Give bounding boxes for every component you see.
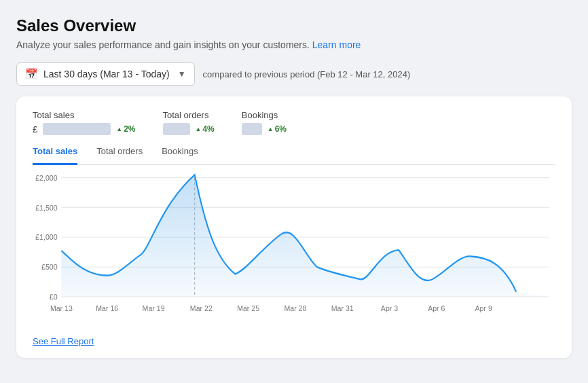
metric-total-orders: Total orders 4% xyxy=(163,110,215,135)
subtitle-text: Analyze your sales performance and gain … xyxy=(16,39,310,50)
metric-total-sales-label: Total sales xyxy=(33,110,136,120)
svg-text:Mar 22: Mar 22 xyxy=(190,304,213,312)
metric-total-orders-label: Total orders xyxy=(163,110,215,120)
metric-total-sales: Total sales £ 2% xyxy=(33,110,136,135)
svg-text:£0: £0 xyxy=(50,293,58,301)
metric-total-orders-bar xyxy=(163,123,190,135)
tab-total-orders[interactable]: Total orders xyxy=(96,139,143,165)
chevron-down-icon: ▼ xyxy=(178,69,186,79)
tab-bookings[interactable]: Bookings xyxy=(162,139,198,165)
chart-area: £2,000 £1,500 £1,000 £500 £0 xyxy=(33,170,555,327)
see-full-report-link[interactable]: See Full Report xyxy=(33,336,94,346)
metric-total-sales-value-row: £ 2% xyxy=(33,123,136,135)
metric-bookings-label: Bookings xyxy=(242,110,287,120)
compare-label: compared to previous period (Feb 12 - Ma… xyxy=(203,69,411,79)
svg-text:Apr 3: Apr 3 xyxy=(381,304,398,312)
learn-more-link[interactable]: Learn more xyxy=(312,39,361,50)
svg-text:£2,000: £2,000 xyxy=(35,173,57,181)
subtitle: Analyze your sales performance and gain … xyxy=(16,39,572,50)
svg-text:£1,500: £1,500 xyxy=(35,203,57,211)
svg-text:£500: £500 xyxy=(41,263,58,271)
svg-text:Apr 9: Apr 9 xyxy=(475,304,492,312)
date-filter-row: 📅 Last 30 days (Mar 13 - Today) ▼ compar… xyxy=(16,62,572,86)
page-title: Sales Overview xyxy=(16,16,572,35)
svg-text:Mar 25: Mar 25 xyxy=(237,304,259,312)
metrics-row: Total sales £ 2% Total orders 4% Booking… xyxy=(33,110,555,135)
metric-bookings: Bookings 6% xyxy=(242,110,287,135)
date-filter-label: Last 30 days (Mar 13 - Today) xyxy=(43,69,170,79)
calendar-icon: 📅 xyxy=(25,68,38,80)
svg-text:Mar 28: Mar 28 xyxy=(284,304,306,312)
tabs-row: Total sales Total orders Bookings xyxy=(33,139,555,165)
metric-total-sales-bar xyxy=(43,123,111,135)
svg-text:Mar 31: Mar 31 xyxy=(331,304,354,312)
svg-text:Mar 16: Mar 16 xyxy=(96,304,118,312)
metric-bookings-change: 6% xyxy=(268,124,287,134)
svg-text:Apr 6: Apr 6 xyxy=(428,304,445,312)
svg-text:Mar 13: Mar 13 xyxy=(50,304,73,312)
chart-area-fill xyxy=(61,175,549,297)
svg-text:Mar 19: Mar 19 xyxy=(143,304,165,312)
date-dropdown[interactable]: 📅 Last 30 days (Mar 13 - Today) ▼ xyxy=(16,62,195,86)
main-card: Total sales £ 2% Total orders 4% Booking… xyxy=(16,96,572,358)
sales-chart: £2,000 £1,500 £1,000 £500 £0 xyxy=(33,170,555,327)
metric-total-orders-value-row: 4% xyxy=(163,123,215,135)
tab-total-sales[interactable]: Total sales xyxy=(33,139,77,165)
metric-total-sales-prefix: £ xyxy=(33,124,37,134)
metric-total-sales-change: 2% xyxy=(116,124,135,134)
metric-total-orders-change: 4% xyxy=(196,124,215,134)
metric-bookings-bar xyxy=(242,123,262,135)
svg-text:£1,000: £1,000 xyxy=(35,233,57,241)
metric-bookings-value-row: 6% xyxy=(242,123,287,135)
